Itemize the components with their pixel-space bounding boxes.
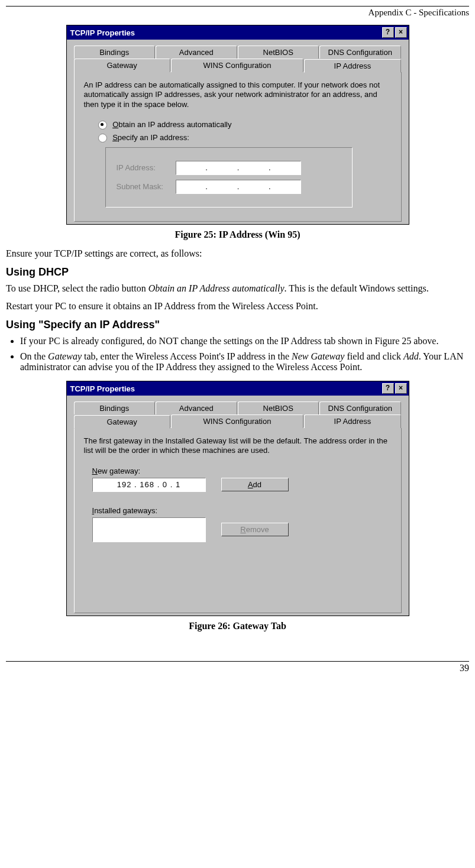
close-icon[interactable]: × xyxy=(395,383,407,394)
tab-wins[interactable]: WINS Configuration xyxy=(171,59,304,72)
tab-ipaddress[interactable]: IP Address xyxy=(304,59,400,73)
ip-address-label: IP Address: xyxy=(117,163,176,172)
list-item: On the Gateway tab, enter the Wireless A… xyxy=(20,351,469,373)
titlebar: TCP/IP Properties ? × xyxy=(67,381,409,396)
tab-bindings[interactable]: Bindings xyxy=(74,46,156,59)
tab-advanced[interactable]: Advanced xyxy=(156,46,237,59)
remove-button[interactable]: Remove xyxy=(221,523,289,536)
list-item: If your PC is already configured, do NOT… xyxy=(20,336,469,346)
heading-using-dhcp: Using DHCP xyxy=(6,266,469,278)
subnet-mask-label: Subnet Mask: xyxy=(117,182,176,191)
heading-using-specify: Using "Specify an IP Address" xyxy=(6,319,469,331)
subnet-mask-input[interactable]: ... xyxy=(176,180,301,194)
ip-address-input[interactable]: ... xyxy=(176,161,301,175)
tab-ipaddress[interactable]: IP Address xyxy=(304,414,400,428)
page-number: 39 xyxy=(6,663,469,673)
tcpip-dialog-ipaddress: TCP/IP Properties ? × Bindings Advanced … xyxy=(66,25,409,225)
paragraph: To use DHCP, select the radio button Obt… xyxy=(6,283,469,294)
tab-dns[interactable]: DNS Configuration xyxy=(319,401,401,414)
tab-wins[interactable]: WINS Configuration xyxy=(171,414,304,428)
installed-gateways-label: Installed gateways: xyxy=(92,506,392,515)
help-text: An IP address can be automatically assig… xyxy=(84,80,392,109)
add-button[interactable]: Add xyxy=(221,478,289,491)
new-gateway-label: New gateway: xyxy=(92,467,392,475)
radio-obtain-auto[interactable]: Obtain an IP address automatically xyxy=(98,120,392,129)
radio-specify[interactable]: Specify an IP address: xyxy=(98,133,392,142)
paragraph: Ensure your TCP/IP settings are correct,… xyxy=(6,248,469,259)
tab-bindings[interactable]: Bindings xyxy=(74,401,156,414)
tab-netbios[interactable]: NetBIOS xyxy=(238,401,319,414)
figure26-caption: Figure 26: Gateway Tab xyxy=(6,621,469,631)
new-gateway-input[interactable]: 192 . 168 . 0 . 1 xyxy=(92,478,206,492)
help-text: The first gateway in the Installed Gatew… xyxy=(84,436,392,456)
paragraph: Restart your PC to ensure it obtains an … xyxy=(6,301,469,312)
titlebar: TCP/IP Properties ? × xyxy=(67,25,409,40)
figure25-caption: Figure 25: IP Address (Win 95) xyxy=(6,229,469,240)
tab-dns[interactable]: DNS Configuration xyxy=(319,46,401,59)
header-section: Appendix C - Specifications xyxy=(6,8,469,18)
installed-gateways-list[interactable] xyxy=(92,517,206,542)
radio-icon xyxy=(98,134,107,142)
tab-advanced[interactable]: Advanced xyxy=(156,401,237,414)
dialog-title: TCP/IP Properties xyxy=(70,28,135,37)
tab-netbios[interactable]: NetBIOS xyxy=(238,46,319,59)
radio-icon xyxy=(98,121,107,129)
help-icon[interactable]: ? xyxy=(382,27,394,38)
bullet-list: If your PC is already configured, do NOT… xyxy=(6,336,469,373)
tcpip-dialog-gateway: TCP/IP Properties ? × Bindings Advanced … xyxy=(66,381,409,616)
tab-gateway[interactable]: Gateway xyxy=(74,415,170,429)
help-icon[interactable]: ? xyxy=(382,383,394,394)
close-icon[interactable]: × xyxy=(395,27,407,38)
tab-gateway[interactable]: Gateway xyxy=(74,59,170,72)
dialog-title: TCP/IP Properties xyxy=(70,384,135,393)
ip-groupbox: IP Address: ... Subnet Mask: ... xyxy=(105,147,353,208)
